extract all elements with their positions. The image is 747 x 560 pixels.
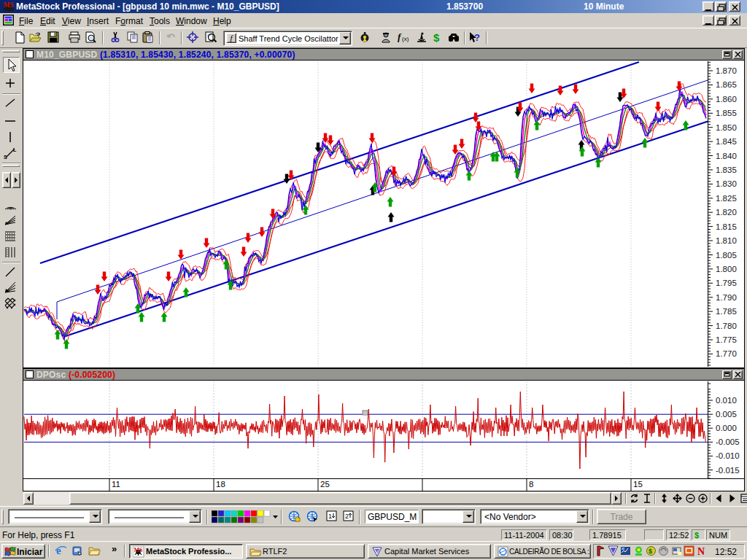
svg-text:MS: MS [134, 547, 144, 553]
svg-text:1.770: 1.770 [716, 349, 737, 358]
svg-text:1.870: 1.870 [716, 66, 737, 75]
svg-text:1.830: 1.830 [716, 179, 737, 188]
svg-text:1.790: 1.790 [716, 293, 737, 302]
svg-text:1.835: 1.835 [716, 166, 737, 174]
svg-text:1.850: 1.850 [716, 123, 737, 132]
svg-text:0.005: 0.005 [716, 410, 737, 419]
svg-text:-0.005: -0.005 [716, 438, 740, 446]
svg-text:2: 2 [345, 513, 349, 520]
svg-text:S: S [4, 155, 7, 160]
svg-text:L: L [13, 147, 17, 152]
svg-text:MS: MS [4, 1, 14, 9]
svg-text:1.785: 1.785 [716, 307, 737, 316]
svg-text:1.815: 1.815 [716, 222, 737, 231]
svg-text:1.800: 1.800 [716, 265, 737, 273]
svg-text:18: 18 [216, 480, 225, 489]
svg-text:1: 1 [328, 513, 332, 520]
svg-text:1.775: 1.775 [716, 335, 737, 344]
svg-text:8: 8 [529, 480, 533, 489]
svg-text:N: N [697, 546, 705, 556]
svg-text:1.820: 1.820 [716, 208, 737, 217]
svg-text:1.810: 1.810 [716, 236, 737, 245]
svg-text:-0.010: -0.010 [716, 451, 740, 460]
svg-text:15: 15 [633, 480, 643, 489]
svg-text:-0.015: -0.015 [716, 466, 740, 475]
svg-text:0.000: 0.000 [716, 424, 737, 432]
svg-text:1.795: 1.795 [716, 279, 737, 287]
svg-text:0.010: 0.010 [716, 396, 737, 405]
svg-text:V: V [375, 549, 379, 554]
svg-text:$: $ [649, 548, 652, 555]
svg-text:1.845: 1.845 [716, 137, 737, 146]
svg-text:1.855: 1.855 [716, 109, 737, 117]
svg-text:$: $ [433, 31, 440, 44]
svg-text:1.840: 1.840 [716, 152, 737, 160]
svg-text:?: ? [474, 32, 480, 43]
svg-text:1.860: 1.860 [716, 95, 737, 104]
svg-text:1.780: 1.780 [716, 322, 737, 330]
svg-text:25: 25 [320, 480, 330, 489]
svg-text:1.825: 1.825 [716, 194, 737, 203]
svg-text:11: 11 [112, 480, 120, 489]
svg-text:1.865: 1.865 [716, 80, 737, 89]
svg-text:1.805: 1.805 [716, 251, 737, 260]
svg-text:(x): (x) [402, 36, 409, 42]
